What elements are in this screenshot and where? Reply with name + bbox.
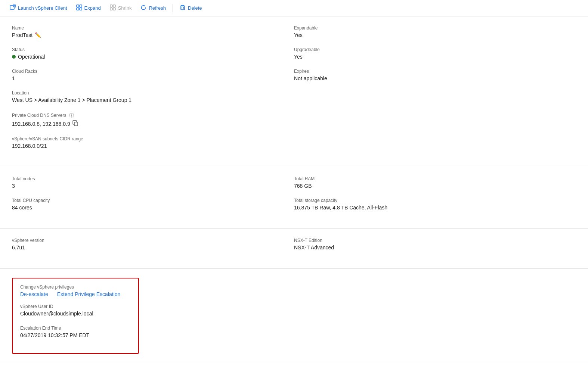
expires-label: Expires	[294, 69, 576, 74]
shrink-label: Shrink	[118, 5, 132, 11]
delete-icon	[180, 4, 186, 12]
svg-rect-0	[10, 6, 14, 9]
cloud-racks-label: Cloud Racks	[12, 69, 279, 74]
section-software-left: vSphere version 6.7u1	[12, 238, 294, 259]
status-row: Operational	[12, 54, 279, 60]
svg-rect-6	[110, 5, 112, 7]
total-ram-value: 768 GB	[294, 183, 576, 189]
status-label: Status	[12, 47, 279, 52]
toolbar: Launch vSphere Client Expand Shrink	[0, 0, 588, 16]
nsxt-edition-value: NSX-T Advanced	[294, 245, 576, 250]
toolbar-divider	[173, 4, 173, 12]
section-resources-right: Total RAM 768 GB Total storage capacity …	[294, 176, 576, 220]
refresh-label: Refresh	[149, 5, 166, 11]
section-identity: Name ProdTest ✏️ Status Operational Clou…	[0, 16, 588, 167]
field-vsphere-version: vSphere version 6.7u1	[12, 238, 279, 250]
svg-rect-10	[181, 6, 185, 10]
svg-rect-7	[113, 5, 115, 7]
upgradeable-label: Upgradeable	[294, 47, 576, 52]
name-value: ProdTest	[12, 32, 33, 38]
location-value: West US > Availability Zone 1 > Placemen…	[12, 97, 279, 103]
refresh-button[interactable]: Refresh	[137, 3, 170, 13]
expires-value: Not applicable	[294, 75, 576, 81]
total-cpu-label: Total CPU capacity	[12, 198, 279, 203]
shrink-button[interactable]: Shrink	[106, 3, 136, 13]
field-total-cpu: Total CPU capacity 84 cores	[12, 198, 279, 211]
svg-rect-4	[77, 8, 79, 10]
vsphere-user-value: Cloudowner@cloudsimple.local	[20, 311, 131, 317]
delete-label: Delete	[188, 5, 202, 11]
svg-rect-9	[113, 8, 115, 10]
status-dot	[12, 55, 16, 59]
copy-dns-icon[interactable]	[72, 120, 78, 127]
edit-name-icon[interactable]: ✏️	[35, 32, 41, 38]
escalation-end-label: Escalation End Time	[20, 326, 131, 331]
upgradeable-value: Yes	[294, 54, 576, 60]
field-cloud-racks: Cloud Racks 1	[12, 69, 279, 81]
svg-rect-2	[77, 5, 79, 7]
vsphere-user-label: vSphere User ID	[20, 304, 131, 309]
total-nodes-label: Total nodes	[12, 176, 279, 181]
field-total-storage: Total storage capacity 16.875 TB Raw, 4.…	[294, 198, 576, 211]
field-upgradeable: Upgradeable Yes	[294, 47, 576, 60]
field-nsxt-edition: NSX-T Edition NSX-T Advanced	[294, 238, 576, 250]
location-label: Location	[12, 90, 279, 96]
field-name: Name ProdTest ✏️	[12, 25, 279, 38]
section-software-right: NSX-T Edition NSX-T Advanced	[294, 238, 576, 259]
field-total-ram: Total RAM 768 GB	[294, 176, 576, 189]
delete-button[interactable]: Delete	[176, 3, 206, 13]
vsphere-version-value: 6.7u1	[12, 245, 279, 250]
field-dns: Private Cloud DNS Servers ⓘ 192.168.0.8,…	[12, 112, 279, 127]
expand-button[interactable]: Expand	[72, 3, 105, 13]
dns-label: Private Cloud DNS Servers ⓘ	[12, 112, 279, 119]
field-vsphere-user: vSphere User ID Cloudowner@cloudsimple.l…	[20, 304, 131, 317]
cidr-label: vSphere/vSAN subnets CIDR range	[12, 136, 279, 141]
expandable-value: Yes	[294, 32, 576, 38]
privilege-links-row: De-escalate Extend Privilege Escalation	[20, 291, 131, 297]
field-total-nodes: Total nodes 3	[12, 176, 279, 189]
escalation-end-value: 04/27/2019 10:32:57 PM EDT	[20, 332, 131, 338]
field-location: Location West US > Availability Zone 1 >…	[12, 90, 279, 103]
svg-rect-5	[80, 8, 82, 10]
launch-icon	[10, 4, 16, 12]
section-identity-left: Name ProdTest ✏️ Status Operational Clou…	[12, 25, 294, 158]
expandable-label: Expandable	[294, 25, 576, 31]
deescalate-link[interactable]: De-escalate	[20, 291, 48, 297]
launch-label: Launch vSphere Client	[18, 5, 67, 11]
field-escalation-end: Escalation End Time 04/27/2019 10:32:57 …	[20, 326, 131, 338]
field-expandable: Expandable Yes	[294, 25, 576, 38]
dns-info-icon[interactable]: ⓘ	[69, 112, 74, 118]
section-resources-left: Total nodes 3 Total CPU capacity 84 core…	[12, 176, 294, 220]
vsphere-version-label: vSphere version	[12, 238, 279, 243]
shrink-icon	[110, 4, 116, 12]
cloud-racks-value: 1	[12, 75, 279, 81]
status-value: Operational	[18, 54, 45, 60]
total-nodes-value: 3	[12, 183, 279, 189]
change-privileges-label: Change vSphere privileges	[20, 284, 131, 290]
svg-rect-13	[74, 122, 78, 126]
extend-escalation-link[interactable]: Extend Privilege Escalation	[57, 291, 121, 297]
section-software: vSphere version 6.7u1 NSX-T Edition NSX-…	[0, 229, 588, 269]
refresh-icon	[140, 4, 146, 12]
privileges-box: Change vSphere privileges De-escalate Ex…	[12, 278, 139, 354]
cidr-value: 192.168.0.0/21	[12, 143, 279, 149]
nsxt-edition-label: NSX-T Edition	[294, 238, 576, 243]
expand-label: Expand	[84, 5, 101, 11]
launch-vsphere-button[interactable]: Launch vSphere Client	[6, 3, 71, 13]
svg-rect-3	[80, 5, 82, 7]
total-storage-label: Total storage capacity	[294, 198, 576, 203]
svg-rect-8	[110, 8, 112, 10]
total-cpu-value: 84 cores	[12, 205, 279, 211]
total-storage-value: 16.875 TB Raw, 4.8 TB Cache, All-Flash	[294, 205, 576, 211]
name-row: ProdTest ✏️	[12, 32, 279, 38]
dns-row: 192.168.0.8, 192.168.0.9	[12, 120, 279, 127]
name-label: Name	[12, 25, 279, 31]
field-status: Status Operational	[12, 47, 279, 60]
field-expires: Expires Not applicable	[294, 69, 576, 81]
total-ram-label: Total RAM	[294, 176, 576, 181]
section-privileges: Change vSphere privileges De-escalate Ex…	[0, 269, 588, 363]
section-identity-right: Expandable Yes Upgradeable Yes Expires N…	[294, 25, 576, 158]
field-cidr: vSphere/vSAN subnets CIDR range 192.168.…	[12, 136, 279, 149]
section-resources: Total nodes 3 Total CPU capacity 84 core…	[0, 167, 588, 229]
expand-icon	[76, 4, 82, 12]
